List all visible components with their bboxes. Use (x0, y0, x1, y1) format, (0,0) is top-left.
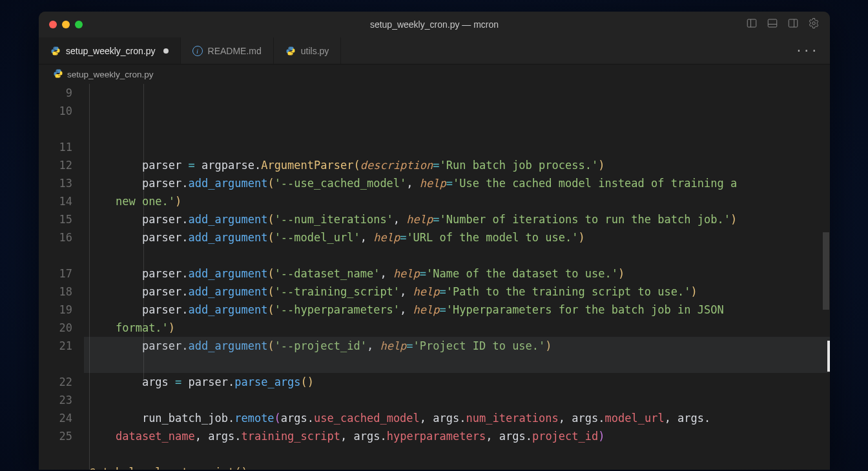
titlebar: setup_weekly_cron.py — mcron (39, 12, 830, 37)
window-controls (39, 21, 83, 28)
python-file-icon (50, 46, 61, 56)
code-editor[interactable]: 910111213141516171819202122232425 parser… (39, 84, 830, 470)
tab-bar: setup_weekly_cron.pyiREADME.mdutils.py ·… (39, 37, 830, 65)
code-line[interactable]: parser.add_argument('--model_url', help=… (84, 228, 830, 246)
breadcrumb[interactable]: setup_weekly_cron.py (39, 65, 830, 84)
line-number: 22 (39, 373, 72, 391)
tab-setup_weekly_cron-py[interactable]: setup_weekly_cron.py (39, 37, 181, 64)
code-line[interactable]: dataset_name, args.training_script, args… (84, 427, 830, 445)
code-line[interactable]: parser.add_argument('--num_iterations', … (84, 210, 830, 228)
code-line[interactable]: @stub.local_entrypoint() (84, 463, 830, 470)
tab-overflow-button[interactable]: ··· (783, 37, 830, 64)
close-window-button[interactable] (49, 21, 57, 28)
code-line[interactable]: parser.add_argument('--hyperparameters',… (84, 301, 830, 319)
editor-window: setup_weekly_cron.py — mcron setup_weekl… (39, 12, 830, 470)
minimap-cursor (827, 341, 830, 372)
line-number: 21 (39, 337, 72, 355)
python-file-icon (285, 46, 296, 56)
code-line[interactable]: args = parser.parse_args() (84, 373, 830, 391)
current-line-highlight (84, 337, 830, 355)
line-number: 19 (39, 301, 72, 319)
line-number: 12 (39, 156, 72, 174)
code-line[interactable]: parser.add_argument('--training_script',… (84, 283, 830, 301)
code-line[interactable] (84, 391, 830, 409)
line-number: 25 (39, 427, 72, 445)
svg-point-6 (812, 22, 816, 25)
line-number (39, 246, 72, 265)
tab-label: setup_weekly_cron.py (66, 46, 156, 56)
code-line[interactable]: parser.add_argument('--use_cached_model'… (84, 174, 830, 192)
settings-gear-icon[interactable] (808, 17, 820, 32)
code-line[interactable]: parser.add_argument('--dataset_name', he… (84, 265, 830, 283)
line-number: 13 (39, 174, 72, 192)
line-number: 20 (39, 319, 72, 337)
line-number: 16 (39, 228, 72, 246)
tab-readme-md[interactable]: iREADME.md (181, 37, 274, 64)
zoom-window-button[interactable] (75, 21, 83, 28)
line-number: 23 (39, 391, 72, 409)
split-left-icon[interactable] (746, 17, 758, 32)
code-line[interactable] (84, 246, 830, 265)
code-line[interactable] (84, 445, 830, 463)
code-line[interactable]: run_batch_job.remote(args.use_cached_mod… (84, 409, 830, 427)
line-number: 17 (39, 265, 72, 283)
tab-label: utils.py (301, 46, 329, 56)
svg-rect-2 (768, 19, 777, 27)
breadcrumb-label: setup_weekly_cron.py (67, 70, 154, 79)
line-number-gutter: 910111213141516171819202122232425 (39, 84, 84, 470)
scrollbar-thumb[interactable] (823, 232, 829, 310)
line-number (39, 355, 72, 373)
title-actions (746, 17, 830, 32)
line-number: 24 (39, 409, 72, 427)
unsaved-indicator-icon (163, 48, 169, 54)
current-line-highlight (84, 355, 830, 373)
code-line[interactable]: format.') (84, 319, 830, 337)
split-right-icon[interactable] (787, 17, 799, 32)
window-title: setup_weekly_cron.py — mcron (39, 19, 830, 30)
line-number: 10 (39, 102, 72, 120)
line-number: 15 (39, 210, 72, 228)
svg-rect-4 (789, 19, 798, 27)
split-bottom-icon[interactable] (767, 17, 778, 32)
python-file-icon (53, 68, 63, 81)
line-number: 9 (39, 84, 72, 102)
minimize-window-button[interactable] (62, 21, 70, 28)
line-number: 11 (39, 138, 72, 156)
line-number: 18 (39, 283, 72, 301)
code-line[interactable]: parser = argparse.ArgumentParser(descrip… (84, 156, 830, 174)
info-file-icon: i (192, 46, 203, 56)
code-content[interactable]: parser = argparse.ArgumentParser(descrip… (84, 84, 830, 470)
line-number (39, 120, 72, 138)
svg-rect-0 (747, 19, 756, 27)
line-number: 14 (39, 192, 72, 210)
code-line[interactable]: new one.') (84, 192, 830, 210)
tab-label: README.md (208, 46, 262, 56)
tab-utils-py[interactable]: utils.py (274, 37, 342, 64)
